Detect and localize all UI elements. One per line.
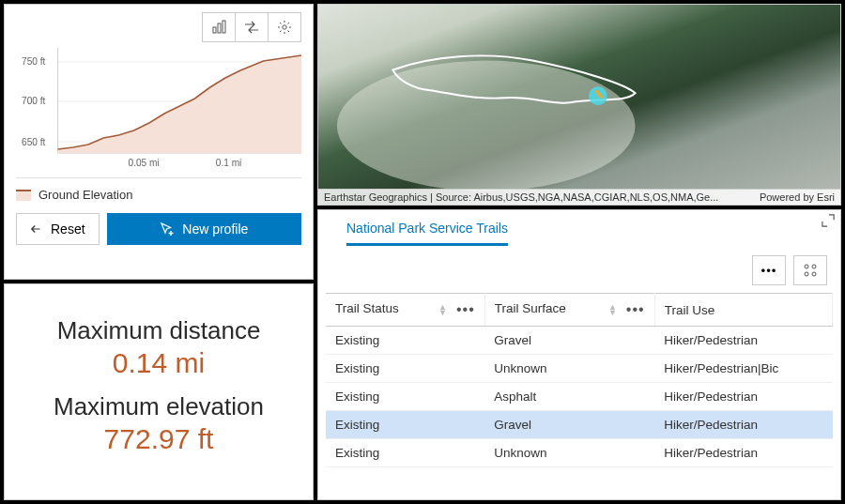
table-cell: Hiker/Pedestrian <box>654 327 832 355</box>
x-tick-label: 0.1 mi <box>216 158 242 168</box>
table-cell: Hiker/Pedestrian <box>654 383 832 411</box>
reset-label: Reset <box>51 221 85 237</box>
max-distance-label: Maximum distance <box>57 316 261 345</box>
table-cell: Existing <box>326 439 484 467</box>
trails-table: Trail Status ▲▼••• Trail Surface ▲▼••• T… <box>326 293 833 467</box>
table-cell: Hiker/Pedestrian|Bic <box>654 355 832 383</box>
elevation-profile-panel: 750 ft 700 ft 650 ft 0.05 mi 0.1 mi Grou… <box>4 4 314 280</box>
table-cell: Existing <box>326 383 484 411</box>
legend-label: Ground Elevation <box>38 188 132 202</box>
svg-point-12 <box>812 265 816 268</box>
y-tick-label: 650 ft <box>22 137 46 147</box>
column-menu-icon[interactable]: ••• <box>626 301 645 318</box>
table-cell: Hiker/Pedestrian <box>654 439 832 467</box>
grid-icon <box>803 263 818 278</box>
col-header-surface[interactable]: Trail Surface ▲▼••• <box>484 294 654 327</box>
table-toolbar: ••• <box>318 246 840 293</box>
max-distance-value: 0.14 mi <box>113 347 205 379</box>
table-row[interactable]: ExistingAsphaltHiker/Pedestrian <box>326 383 833 411</box>
map-view[interactable]: Earthstar Geographics | Source: Airbus,U… <box>317 4 841 206</box>
feature-table-panel: National Park Service Trails ••• Trail S… <box>317 209 841 500</box>
gear-icon <box>277 20 292 35</box>
column-menu-icon[interactable]: ••• <box>456 301 475 318</box>
arrow-left-icon <box>30 222 43 236</box>
svg-rect-1 <box>218 23 221 33</box>
svg-point-13 <box>805 272 808 276</box>
svg-rect-0 <box>213 27 216 33</box>
svg-point-14 <box>812 272 816 276</box>
svg-point-3 <box>283 25 286 29</box>
table-cell: Existing <box>326 327 484 355</box>
x-tick-label: 0.05 mi <box>129 158 160 168</box>
map-attribution: Earthstar Geographics | Source: Airbus,U… <box>318 189 840 205</box>
legend-swatch <box>16 190 31 201</box>
table-cell: Asphalt <box>484 383 654 411</box>
table-row[interactable]: ExistingUnknownHiker/Pedestrian|Bic <box>326 355 833 383</box>
table-cell: Gravel <box>484 411 654 439</box>
table-row[interactable]: ExistingUnknownHiker/Pedestrian <box>326 439 833 467</box>
col-header-use[interactable]: Trail Use <box>654 294 832 327</box>
table-row[interactable]: ExistingGravelHiker/Pedestrian <box>326 327 833 355</box>
swap-direction-button[interactable] <box>235 12 269 42</box>
table-header-row: Trail Status ▲▼••• Trail Surface ▲▼••• T… <box>326 294 833 327</box>
ellipsis-icon: ••• <box>761 264 777 278</box>
table-cell: Existing <box>326 411 484 439</box>
table-cell: Existing <box>326 355 484 383</box>
chart-legend: Ground Elevation <box>16 177 301 213</box>
new-profile-button[interactable]: New profile <box>107 213 301 245</box>
table-cell: Unknown <box>484 439 654 467</box>
table-cell: Gravel <box>484 327 654 355</box>
elevation-chart[interactable]: 750 ft 700 ft 650 ft 0.05 mi 0.1 mi <box>16 48 301 170</box>
y-tick-label: 700 ft <box>22 96 46 106</box>
col-header-status[interactable]: Trail Status ▲▼••• <box>326 294 484 327</box>
tab-trails[interactable]: National Park Service Trails <box>346 221 508 246</box>
sort-icon[interactable]: ▲▼ <box>438 304 447 315</box>
y-tick-label: 750 ft <box>22 56 46 67</box>
table-cell: Unknown <box>484 355 654 383</box>
table-row[interactable]: ExistingGravelHiker/Pedestrian <box>326 411 833 439</box>
max-elevation-value: 772.97 ft <box>104 423 214 455</box>
cursor-plus-icon <box>160 221 175 237</box>
map-overlay <box>318 5 840 201</box>
stats-panel: Maximum distance 0.14 mi Maximum elevati… <box>4 283 314 500</box>
table-cell: Hiker/Pedestrian <box>654 411 832 439</box>
expand-icon[interactable] <box>822 214 835 231</box>
swap-icon <box>244 20 259 35</box>
max-elevation-label: Maximum elevation <box>54 392 264 421</box>
table-layout-button[interactable] <box>793 255 827 285</box>
svg-point-10 <box>589 86 607 105</box>
attribution-source: Earthstar Geographics | Source: Airbus,U… <box>324 191 718 203</box>
attribution-powered: Powered by Esri <box>760 191 835 203</box>
profile-toolbar <box>16 12 301 42</box>
svg-point-9 <box>337 61 636 191</box>
svg-point-11 <box>805 265 808 268</box>
sort-icon[interactable]: ▲▼ <box>608 304 617 315</box>
reset-button[interactable]: Reset <box>16 213 100 245</box>
bar-chart-icon <box>211 20 226 35</box>
settings-button[interactable] <box>268 12 301 42</box>
chart-stats-button[interactable] <box>202 12 236 42</box>
table-menu-button[interactable]: ••• <box>752 255 786 285</box>
new-profile-label: New profile <box>182 221 248 237</box>
table-tabs: National Park Service Trails <box>318 210 840 246</box>
svg-rect-2 <box>223 21 225 33</box>
